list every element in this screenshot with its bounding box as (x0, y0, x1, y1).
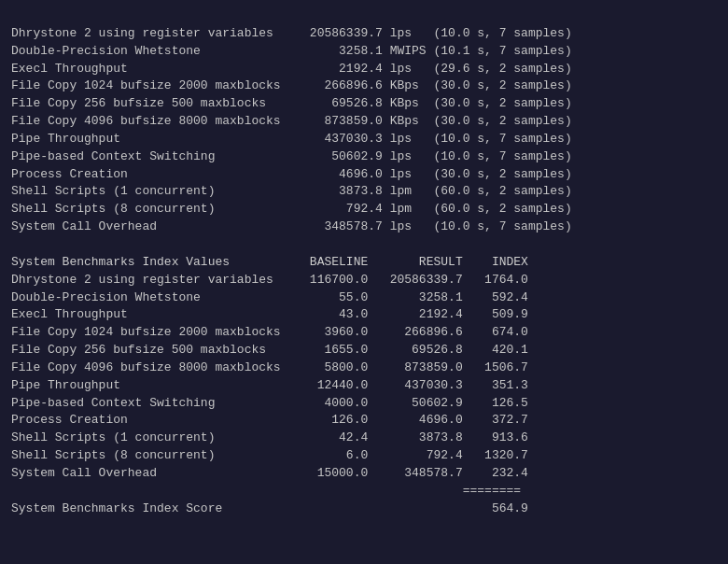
benchmark-row-4: File Copy 256 bufsize 500 maxblocks 6952… (11, 95, 717, 113)
benchmark-row-7: Pipe-based Context Switching 50602.9 lps… (11, 148, 717, 166)
benchmark-row-8: Process Creation 4696.0 lps (30.0 s, 2 s… (11, 166, 717, 184)
benchmark-row-0: Dhrystone 2 using register variables 205… (11, 25, 717, 43)
index-row-3: File Copy 1024 bufsize 2000 maxblocks 39… (11, 324, 717, 342)
index-row-0: Dhrystone 2 using register variables 116… (11, 272, 717, 289)
index-row-5: File Copy 4096 bufsize 8000 maxblocks 58… (11, 360, 717, 377)
blank1 (11, 7, 717, 25)
benchmark-row-2: Execl Throughput 2192.4 lps (29.6 s, 2 s… (11, 61, 717, 78)
terminal: Dhrystone 2 using register variables 205… (11, 7, 717, 517)
index-row-7: Pipe-based Context Switching 4000.0 5060… (11, 395, 717, 413)
index-row-9: Shell Scripts (1 concurrent) 42.4 3873.8… (11, 430, 717, 447)
index-header-row: System Benchmarks Index Values BASELINE … (11, 254, 717, 272)
index-row-8: Process Creation 126.0 4696.0 372.7 (11, 412, 717, 430)
benchmark-row-10: Shell Scripts (8 concurrent) 792.4 lpm (… (11, 201, 717, 219)
index-row-11: System Call Overhead 15000.0 348578.7 23… (11, 465, 717, 483)
index-row-6: Pipe Throughput 12440.0 437030.3 351.3 (11, 377, 717, 395)
benchmark-list: Dhrystone 2 using register variables 205… (11, 25, 717, 236)
equals-line: ======== (11, 483, 717, 501)
score-row: System Benchmarks Index Score 564.9 (11, 501, 717, 518)
index-row-2: Execl Throughput 43.0 2192.4 509.9 (11, 306, 717, 324)
benchmark-row-5: File Copy 4096 bufsize 8000 maxblocks 87… (11, 113, 717, 131)
index-row-4: File Copy 256 bufsize 500 maxblocks 1655… (11, 342, 717, 360)
index-row-1: Double-Precision Whetstone 55.0 3258.1 5… (11, 289, 717, 307)
benchmark-row-6: Pipe Throughput 437030.3 lps (10.0 s, 7 … (11, 131, 717, 148)
benchmark-row-11: System Call Overhead 348578.7 lps (10.0 … (11, 219, 717, 236)
benchmark-row-1: Double-Precision Whetstone 3258.1 MWIPS … (11, 43, 717, 61)
benchmark-row-9: Shell Scripts (1 concurrent) 3873.8 lpm … (11, 183, 717, 201)
index-row-10: Shell Scripts (8 concurrent) 6.0 792.4 1… (11, 447, 717, 465)
blank2 (11, 236, 717, 254)
score-row-label: System Benchmarks Index Score 564.9 (11, 501, 717, 518)
index-section: System Benchmarks Index Values BASELINE … (11, 254, 717, 483)
benchmark-row-3: File Copy 1024 bufsize 2000 maxblocks 26… (11, 78, 717, 95)
